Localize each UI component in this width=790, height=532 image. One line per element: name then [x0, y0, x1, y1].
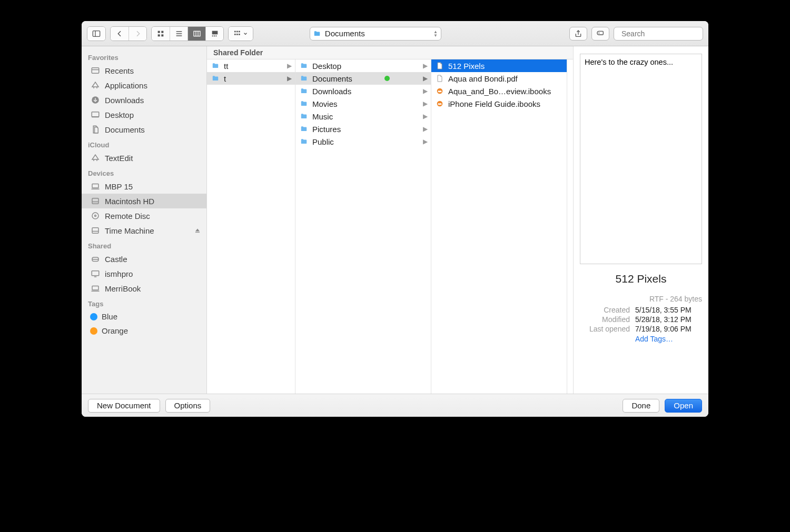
sidebar-item-blue[interactable]: Blue: [82, 309, 206, 324]
row-512-pixels[interactable]: 512 Pixels: [431, 59, 567, 72]
sidebar-item-documents[interactable]: Documents: [82, 122, 206, 137]
sidebar-item-remote-disc[interactable]: Remote Disc: [82, 208, 206, 223]
row-iphone-field-guide-ibooks[interactable]: iPhone Field Guide.ibooks: [431, 97, 567, 110]
search-field[interactable]: [614, 27, 703, 41]
laptop-icon: [90, 284, 101, 293]
row-music[interactable]: Music▶: [295, 110, 431, 123]
sidebar-item-desktop[interactable]: Desktop: [82, 107, 206, 122]
view-mode-group: [151, 26, 224, 41]
sidebar-item-merribook[interactable]: MerriBook: [82, 281, 206, 296]
svg-rect-30: [92, 112, 99, 117]
laptop-icon: [90, 182, 101, 191]
share-button[interactable]: [569, 27, 587, 41]
sidebar-item-ismhpro[interactable]: ismhpro: [82, 266, 206, 281]
sidebar-item-label: MerriBook: [105, 284, 141, 293]
row-pictures[interactable]: Pictures▶: [295, 123, 431, 135]
chevron-down-icon: [243, 31, 248, 36]
sidebar-item-label: Applications: [105, 81, 147, 90]
sidebar-item-castle[interactable]: Castle: [82, 252, 206, 266]
open-button[interactable]: Open: [665, 399, 702, 413]
folder-icon: [299, 125, 309, 133]
downloads-icon: [90, 95, 101, 105]
row-documents[interactable]: Documents▶: [295, 72, 431, 85]
tag-green-icon: [384, 76, 390, 81]
doc-icon: [434, 62, 445, 70]
column-2: 512 PixelsAqua and Bondi.pdfAqua_and_Bo……: [431, 59, 567, 394]
done-button[interactable]: Done: [623, 399, 659, 413]
chevron-right-icon: ▶: [423, 125, 428, 133]
sidebar-item-mbp-15[interactable]: MBP 15: [82, 179, 206, 194]
meta-value: 5/15/18, 3:55 PM: [635, 306, 702, 314]
add-tags-link[interactable]: Add Tags…: [580, 335, 702, 343]
sidebar-item-textedit[interactable]: TextEdit: [82, 150, 206, 165]
doc-icon: [434, 74, 445, 83]
view-gallery-button[interactable]: [205, 27, 223, 41]
chevron-left-icon: [115, 29, 124, 38]
footer: New Document Options Done Open: [82, 394, 708, 417]
svg-rect-25: [92, 68, 99, 74]
row-desktop[interactable]: Desktop▶: [295, 59, 431, 72]
options-button[interactable]: Options: [165, 399, 211, 413]
back-button[interactable]: [111, 27, 129, 41]
group-icon: [233, 29, 242, 38]
meta-row: Last opened7/19/18, 9:06 PM: [580, 324, 702, 334]
sidebar-item-label: Remote Disc: [105, 212, 150, 220]
path-popup[interactable]: Documents ▲▼: [310, 27, 441, 41]
chevron-right-icon: ▶: [423, 113, 428, 120]
svg-point-38: [92, 213, 98, 219]
svg-rect-9: [194, 31, 200, 36]
row-label: Public: [312, 137, 334, 146]
folder-icon: [299, 137, 309, 146]
sidebar-item-recents[interactable]: Recents: [82, 63, 206, 78]
toggle-sidebar-button[interactable]: [87, 27, 105, 41]
sidebar-item-label: TextEdit: [105, 154, 133, 163]
column-1: Desktop▶Documents▶Downloads▶Movies▶Music…: [295, 59, 431, 394]
sidebar-section-header: Tags: [82, 296, 206, 309]
row-aqua-and-bondi-pdf[interactable]: Aqua and Bondi.pdf: [431, 72, 567, 85]
eject-icon[interactable]: [194, 227, 201, 234]
sidebar-item-applications[interactable]: Applications: [82, 78, 206, 93]
sidebar-item-label: Blue: [102, 312, 117, 321]
meta-value: 5/28/18, 3:12 PM: [635, 315, 702, 324]
sidebar-item-downloads[interactable]: Downloads: [82, 93, 206, 107]
meta-row: Created5/15/18, 3:55 PM: [580, 305, 702, 315]
list-icon: [175, 29, 183, 38]
sidebar-section-header: iCloud: [82, 137, 206, 150]
forward-button[interactable]: [129, 27, 146, 41]
sidebar-item-macintosh-hd[interactable]: Macintosh HD: [82, 194, 206, 208]
apps-icon: [90, 153, 101, 163]
folder-icon: [299, 74, 309, 83]
view-list-button[interactable]: [170, 27, 187, 41]
group-by-button[interactable]: [229, 27, 253, 41]
tag-dot-icon: [90, 313, 97, 320]
row-label: 512 Pixels: [448, 62, 485, 71]
view-columns-button[interactable]: [187, 27, 205, 41]
folder-icon: [210, 62, 221, 70]
new-document-button[interactable]: New Document: [88, 399, 160, 413]
ibook-icon: [434, 99, 445, 108]
row-movies[interactable]: Movies▶: [295, 97, 431, 110]
chevron-right-icon: ▶: [287, 62, 292, 69]
row-label: t: [224, 74, 226, 83]
row-t[interactable]: t▶: [207, 72, 295, 85]
svg-rect-21: [239, 34, 240, 35]
row-aqua-and-bo-eview-ibooks[interactable]: Aqua_and_Bo…eview.ibooks: [431, 85, 567, 97]
sidebar-item-time-machine[interactable]: Time Machine: [82, 223, 206, 238]
row-label: Aqua and Bondi.pdf: [448, 74, 518, 83]
row-public[interactable]: Public▶: [295, 135, 431, 148]
columns: tt▶t▶Desktop▶Documents▶Downloads▶Movies▶…: [207, 59, 573, 394]
disk-icon: [90, 226, 101, 235]
preview-content: Here's to the crazy ones...: [580, 54, 702, 264]
sidebar-section-header: Devices: [82, 165, 206, 179]
row-label: iPhone Field Guide.ibooks: [448, 99, 540, 108]
view-icons-button[interactable]: [152, 27, 170, 41]
svg-point-39: [95, 215, 96, 217]
sidebar-item-label: ismhpro: [105, 269, 133, 278]
tags-button[interactable]: [591, 27, 609, 41]
search-input[interactable]: [621, 29, 708, 38]
folder-icon: [210, 74, 221, 83]
sidebar-section-header: Shared: [82, 238, 206, 252]
row-downloads[interactable]: Downloads▶: [295, 85, 431, 97]
row-tt[interactable]: tt▶: [207, 59, 295, 72]
sidebar-item-orange[interactable]: Orange: [82, 324, 206, 338]
